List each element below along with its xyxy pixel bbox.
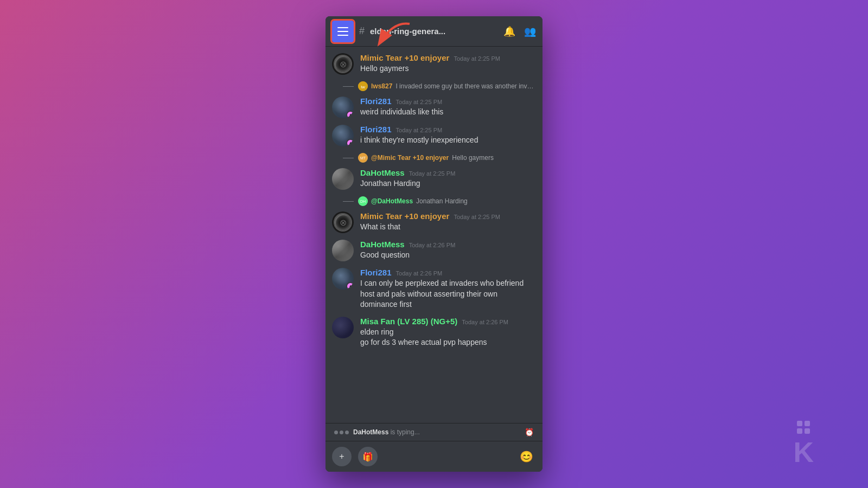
message-text: i think they're mostly inexperienced	[360, 135, 536, 146]
messages-area[interactable]: Mimic Tear +10 enjoyer Today at 2:25 PM …	[326, 47, 542, 423]
message-text: I can only be perplexed at invaders who …	[360, 278, 536, 310]
avatar: ✦	[332, 268, 354, 290]
hamburger-line-2	[337, 31, 348, 32]
message-content: Flori281 Today at 2:25 PM i think they'r…	[360, 125, 536, 146]
message-text: weird individuals like this	[360, 107, 536, 118]
reply-username: lws827	[371, 82, 392, 90]
message-content: DaHotMess Today at 2:26 PM Good question	[360, 240, 536, 261]
message-group: DaHotMess Today at 2:26 PM Good question	[326, 237, 542, 264]
hamburger-line-1	[337, 27, 348, 28]
typing-dot-1	[334, 431, 338, 434]
timestamp: Today at 2:26 PM	[396, 270, 443, 277]
svg-text:DH: DH	[360, 200, 366, 203]
notification-icon[interactable]: 🔔	[503, 25, 515, 37]
emoji-button[interactable]: 😊	[516, 447, 536, 466]
boost-badge: ✦	[346, 111, 354, 118]
watermark: K	[793, 421, 814, 466]
username: Misa Fan (LV 285) (NG+5)	[360, 317, 457, 326]
typing-username: DaHotMess	[353, 428, 388, 436]
avatar: ✦	[332, 125, 354, 146]
typing-text: DaHotMess is typing...	[353, 428, 420, 436]
message-text: Good question	[360, 250, 536, 261]
channel-header: # elden-ring-genera... 🔔 👥	[326, 16, 542, 47]
avatar: ✦	[332, 97, 354, 118]
channel-name: elden-ring-genera...	[370, 27, 498, 36]
typing-dots	[334, 431, 349, 434]
avatar	[332, 168, 354, 190]
reply-preview: lw lws827 I invaded some guy but there w…	[326, 79, 542, 93]
message-header: DaHotMess Today at 2:26 PM	[360, 240, 536, 249]
avatar	[332, 317, 354, 338]
avatar	[332, 211, 354, 233]
username: Flori281	[360, 125, 392, 134]
timestamp: Today at 2:25 PM	[396, 127, 443, 133]
username: Flori281	[360, 268, 392, 277]
message-text: Hello gaymers	[360, 63, 536, 74]
reply-preview: DH @DaHotMess Jonathan Harding	[326, 194, 542, 208]
header-icons: 🔔 👥	[503, 25, 536, 37]
message-content: Mimic Tear +10 enjoyer Today at 2:25 PM …	[360, 211, 536, 233]
avatar	[332, 53, 354, 75]
message-group: ✦ Flori281 Today at 2:25 PM weird indivi…	[326, 94, 542, 120]
typing-dot-3	[345, 431, 349, 434]
boost-badge: ✦	[346, 282, 354, 290]
hamburger-button[interactable]	[332, 21, 354, 42]
message-text: elden ringgo for ds 3 where actual pvp h…	[360, 327, 536, 348]
timestamp: Today at 2:25 PM	[409, 170, 456, 177]
svg-text:MT: MT	[360, 156, 366, 160]
message-group: Misa Fan (LV 285) (NG+5) Today at 2:26 P…	[326, 314, 542, 350]
message-content: Misa Fan (LV 285) (NG+5) Today at 2:26 P…	[360, 317, 536, 348]
reply-username: @Mimic Tear +10 enjoyer	[371, 154, 449, 162]
message-content: Mimic Tear +10 enjoyer Today at 2:25 PM …	[360, 53, 536, 74]
typing-alarm-icon: ⏰	[525, 428, 534, 436]
discord-window: # elden-ring-genera... 🔔 👥 Mimic Tear +1…	[326, 16, 542, 472]
username: DaHotMess	[360, 240, 405, 249]
message-input-area: + 🎁 😊	[326, 441, 542, 472]
reply-username: @DaHotMess	[371, 197, 413, 205]
username: Flori281	[360, 97, 392, 106]
timestamp: Today at 2:26 PM	[462, 319, 508, 325]
message-header: Misa Fan (LV 285) (NG+5) Today at 2:26 P…	[360, 317, 536, 326]
message-text: What is that	[360, 222, 536, 233]
reply-text: Hello gaymers	[452, 154, 494, 162]
reply-avatar-small: MT	[358, 153, 368, 163]
reply-avatar-small: lw	[358, 81, 368, 91]
typing-suffix: is typing...	[388, 428, 419, 436]
reply-text: I invaded some guy but there was another…	[395, 82, 536, 90]
members-icon[interactable]: 👥	[524, 25, 536, 37]
message-header: Flori281 Today at 2:26 PM	[360, 268, 536, 277]
message-group: ✦ Flori281 Today at 2:26 PM I can only b…	[326, 266, 542, 312]
timestamp: Today at 2:25 PM	[454, 55, 500, 62]
username: Mimic Tear +10 enjoyer	[360, 53, 449, 62]
svg-text:lw: lw	[361, 85, 365, 89]
message-content: Flori281 Today at 2:25 PM weird individu…	[360, 97, 536, 118]
message-group: Mimic Tear +10 enjoyer Today at 2:25 PM …	[326, 209, 542, 235]
message-content: Flori281 Today at 2:26 PM I can only be …	[360, 268, 536, 310]
typing-bar: DaHotMess is typing... ⏰	[326, 423, 542, 441]
timestamp: Today at 2:26 PM	[409, 242, 456, 248]
timestamp: Today at 2:25 PM	[454, 214, 500, 220]
message-content: DaHotMess Today at 2:25 PM Jonathan Hard…	[360, 168, 536, 189]
boost-badge: ✦	[346, 139, 354, 146]
message-header: Flori281 Today at 2:25 PM	[360, 125, 536, 134]
message-input[interactable]	[384, 452, 510, 461]
timestamp: Today at 2:25 PM	[396, 99, 443, 105]
message-group: DaHotMess Today at 2:25 PM Jonathan Hard…	[326, 166, 542, 192]
message-header: Mimic Tear +10 enjoyer Today at 2:25 PM	[360, 211, 536, 221]
reply-text: Jonathan Harding	[416, 197, 468, 205]
gift-button[interactable]: 🎁	[358, 447, 378, 466]
hamburger-line-3	[337, 35, 348, 36]
reply-avatar-small: DH	[358, 196, 368, 206]
message-text: Jonathan Harding	[360, 178, 536, 189]
message-header: Flori281 Today at 2:25 PM	[360, 97, 536, 106]
channel-icon: #	[359, 25, 365, 37]
message-group: ✦ Flori281 Today at 2:25 PM i think they…	[326, 123, 542, 149]
add-button[interactable]: +	[332, 447, 352, 466]
username: Mimic Tear +10 enjoyer	[360, 211, 449, 221]
reply-preview: MT @Mimic Tear +10 enjoyer Hello gaymers	[326, 151, 542, 165]
typing-dot-2	[340, 431, 343, 434]
username: DaHotMess	[360, 168, 405, 177]
message-header: DaHotMess Today at 2:25 PM	[360, 168, 536, 177]
avatar	[332, 240, 354, 261]
message-group: Mimic Tear +10 enjoyer Today at 2:25 PM …	[326, 51, 542, 77]
